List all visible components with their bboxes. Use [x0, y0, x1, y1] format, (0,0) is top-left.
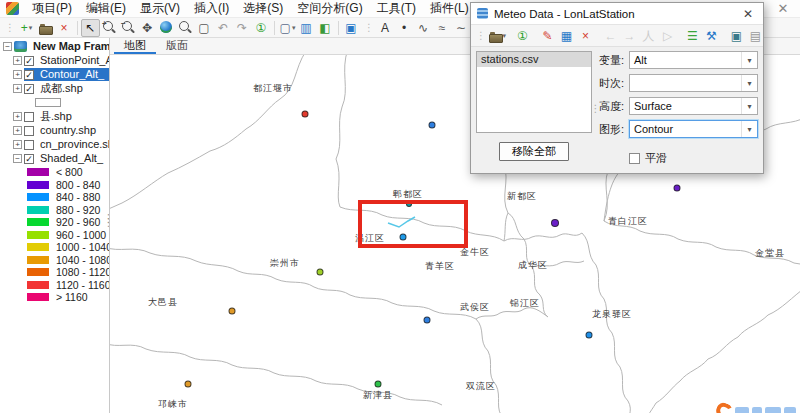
expand-toggle[interactable]: +: [13, 56, 22, 65]
insert-image-button[interactable]: ▣: [342, 19, 361, 37]
expand-toggle[interactable]: +: [13, 140, 22, 149]
chevron-down-icon[interactable]: ▾: [741, 52, 757, 68]
remove-layers-button[interactable]: ×: [55, 19, 74, 37]
layers-panel: − New Map Frame + ✓ StationPoint_Alt_ + …: [0, 38, 110, 413]
expand-toggle[interactable]: +: [13, 112, 22, 121]
legend-item: 920 - 960: [27, 216, 109, 229]
toolbar-grip[interactable]: ⋮: [476, 30, 485, 41]
dialog-splitter[interactable]: ⋮: [592, 51, 599, 166]
attribute-table-button[interactable]: ▥: [297, 19, 316, 37]
identify-button[interactable]: ①: [252, 19, 271, 37]
zoom-rectangle-button[interactable]: ▢: [195, 19, 214, 37]
chevron-down-icon[interactable]: ▾: [741, 121, 757, 137]
dialog-title-bar[interactable]: Meteo Data - LonLatStation ✕: [471, 3, 763, 25]
view-tab[interactable]: 版面: [156, 38, 198, 54]
data-file-item[interactable]: stations.csv: [477, 52, 591, 67]
legend-label: 880 - 920: [56, 204, 100, 216]
data-table-button[interactable]: ▦: [557, 27, 576, 45]
legend-color-swatch: [27, 181, 49, 189]
layer-visibility-checkbox[interactable]: ✓: [24, 56, 34, 66]
freehand-tool-button[interactable]: ≈: [433, 19, 452, 37]
select-features-button[interactable]: ▢ ▾: [278, 19, 297, 37]
data-info-button[interactable]: ①: [513, 27, 532, 45]
view-tab[interactable]: 地图: [114, 38, 156, 54]
zoom-in-button[interactable]: +: [100, 19, 119, 37]
open-data-button[interactable]: ▾: [488, 27, 507, 45]
export-chart-button[interactable]: ▤: [746, 27, 765, 45]
point-tool-button[interactable]: •: [395, 19, 414, 37]
animate-button[interactable]: 人: [639, 27, 658, 45]
full-extent-button[interactable]: [157, 19, 176, 37]
menu-item[interactable]: 显示(V): [133, 0, 187, 17]
expand-toggle[interactable]: −: [13, 154, 22, 163]
curve-tool-button[interactable]: ∼: [452, 19, 471, 37]
layer-visibility-checkbox[interactable]: ✓: [24, 70, 34, 80]
remove-all-button[interactable]: 移除全部: [499, 142, 569, 161]
chevron-down-icon[interactable]: ▾: [741, 98, 757, 114]
dialog-close-button[interactable]: ✕: [739, 7, 757, 21]
dropdown-value: Alt: [630, 54, 741, 66]
remove-graphics-button[interactable]: ×: [576, 27, 595, 45]
data-file-list[interactable]: stations.csv: [476, 51, 592, 133]
chart-icon: ▤: [750, 30, 761, 42]
tree-item-province-shp[interactable]: + cn_province.shp: [13, 138, 109, 151]
previous-time-button[interactable]: ←: [601, 27, 620, 45]
layer-visibility-checkbox[interactable]: ✓: [24, 84, 34, 94]
field-dropdown[interactable]: Contour ▾: [629, 120, 758, 138]
zoom-to-layer-button[interactable]: [176, 19, 195, 37]
field-dropdown[interactable]: ▾: [629, 74, 758, 92]
field-dropdown[interactable]: Alt ▾: [629, 51, 758, 69]
next-time-button[interactable]: →: [620, 27, 639, 45]
freehand-icon: ≈: [439, 22, 446, 34]
play-button[interactable]: ▷: [658, 27, 677, 45]
menu-item[interactable]: 编辑(E): [79, 0, 133, 17]
tree-item-chengdu-shp[interactable]: + ✓ 成都.shp: [13, 82, 109, 95]
legend-label: 840 - 880: [56, 191, 100, 203]
layer-visibility-checkbox[interactable]: [24, 112, 34, 122]
tree-item-map-frame[interactable]: − New Map Frame: [3, 40, 109, 53]
legend-color-swatch: [27, 243, 49, 251]
label-button[interactable]: ◧: [316, 19, 335, 37]
expand-toggle[interactable]: +: [13, 126, 22, 135]
chevron-down-icon[interactable]: ▾: [741, 75, 757, 91]
menu-item[interactable]: 项目(P): [25, 0, 79, 17]
redo-button[interactable]: ↷: [233, 19, 252, 37]
menu-item[interactable]: 插件(L): [423, 0, 476, 17]
district-label: 青白江区: [608, 215, 648, 228]
text-tool-button[interactable]: A: [376, 19, 395, 37]
tree-item-xian-shp[interactable]: + 县.shp: [13, 110, 109, 123]
export-image-button[interactable]: ▣: [727, 27, 746, 45]
tools-button[interactable]: ⚒: [702, 27, 721, 45]
undo-button[interactable]: ↶: [214, 19, 233, 37]
tree-item-contour[interactable]: + ✓ Contour_Alt_: [13, 68, 109, 81]
menu-item[interactable]: 空间分析(G): [290, 0, 369, 17]
panel-splitter[interactable]: ⋮⋮: [103, 216, 109, 224]
expand-toggle[interactable]: +: [13, 84, 22, 93]
layer-visibility-checkbox[interactable]: [24, 126, 34, 136]
polyline-tool-button[interactable]: ∿: [414, 19, 433, 37]
pan-button[interactable]: ✥: [138, 19, 157, 37]
app-close-button[interactable]: ✕: [775, 1, 791, 16]
expand-toggle[interactable]: −: [3, 42, 12, 51]
layer-visibility-checkbox[interactable]: ✓: [24, 154, 34, 164]
tree-item-stationpoint[interactable]: + ✓ StationPoint_Alt_: [13, 54, 109, 67]
toolbar-grip[interactable]: ⋮: [5, 22, 14, 33]
menu-item[interactable]: 选择(S): [236, 0, 290, 17]
layer-visibility-checkbox[interactable]: [24, 140, 34, 150]
menu-item[interactable]: 工具(T): [370, 0, 423, 17]
tree-item-shaded[interactable]: − ✓ Shaded_Alt_: [13, 152, 109, 165]
expand-toggle[interactable]: +: [13, 70, 22, 79]
open-file-button[interactable]: [36, 19, 55, 37]
zoom-out-button[interactable]: −: [119, 19, 138, 37]
select-tool-button[interactable]: ↖: [81, 19, 100, 37]
toolbar-grip[interactable]: ⋮: [364, 22, 373, 33]
draw-button[interactable]: ✎: [538, 27, 557, 45]
tree-item-country-shp[interactable]: + country.shp: [13, 124, 109, 137]
zoom-out-icon: −: [121, 20, 135, 35]
add-layer-button[interactable]: + ▾: [17, 19, 36, 37]
legend-settings-button[interactable]: ☰: [683, 27, 702, 45]
smooth-checkbox[interactable]: [629, 153, 640, 164]
menu-item[interactable]: 插入(I): [187, 0, 236, 17]
field-dropdown[interactable]: Surface ▾: [629, 97, 758, 115]
application-window: 项目(P)编辑(E)显示(V)插入(I)选择(S)空间分析(G)工具(T)插件(…: [0, 0, 800, 38]
